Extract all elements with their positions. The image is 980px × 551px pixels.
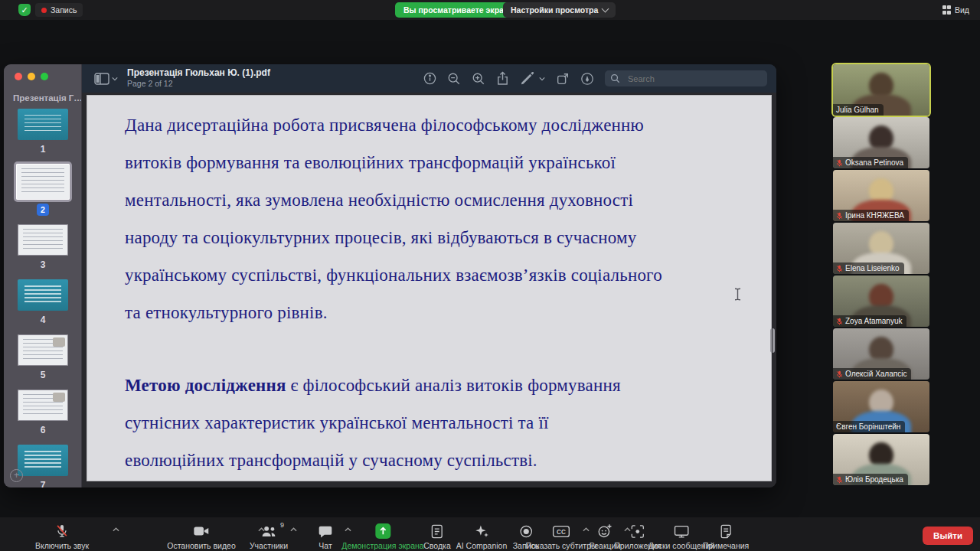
cc-icon: CC [553, 523, 570, 539]
svg-text:CC: CC [557, 528, 566, 535]
participant-name: Олексій Халапсіс [845, 370, 906, 378]
thumbnail-item-5[interactable]: 5 [18, 334, 68, 381]
participant-nametag: Ірина КНЯЖЕВА [833, 210, 909, 221]
slide-text-line: сутнісних характеристик української мент… [87, 404, 772, 442]
search-input[interactable] [605, 70, 767, 86]
participant-strip: Julia Gülhan Oksana Petinova Ірина КНЯЖЕ… [833, 64, 929, 487]
thumbnail-item-4[interactable]: 4 [18, 279, 68, 326]
participant-name: Ірина КНЯЖЕВА [845, 211, 904, 220]
pdf-scrollbar[interactable] [770, 328, 775, 353]
slide-page-2: Дана дисертаційна робота присвячена філо… [87, 95, 772, 481]
slide-text-line: еволюційних трансформацій у сучасному су… [87, 442, 772, 479]
zoom-in-icon[interactable] [472, 70, 485, 88]
share-screen-button[interactable]: Демонстрация экрана [341, 523, 423, 550]
notes-button[interactable]: Примечания [703, 523, 750, 550]
muted-mic-icon [836, 318, 843, 325]
reactions-smiley-icon [597, 523, 612, 539]
muted-mic-icon [836, 212, 843, 220]
sidebar-toggle-icon[interactable] [94, 70, 118, 88]
thumbnail-page-2[interactable] [16, 164, 70, 200]
rotate-icon[interactable] [556, 70, 570, 88]
thumbnail-page-7[interactable] [18, 445, 68, 476]
chat-button[interactable]: Чат [318, 523, 333, 550]
pdf-sidebar-title: Презентація Г… [13, 93, 82, 103]
share-icon[interactable] [496, 70, 509, 88]
search-icon [610, 70, 620, 88]
view-button[interactable]: Вид [938, 3, 975, 17]
thumbnail-item-2-selected[interactable]: 2 [16, 164, 70, 216]
participant-tile[interactable]: Ірина КНЯЖЕВА [833, 170, 929, 221]
close-window-icon[interactable] [15, 73, 22, 80]
captions-options-chevron[interactable] [583, 521, 590, 535]
minimize-window-icon[interactable] [28, 73, 35, 80]
pdf-search [605, 70, 767, 86]
participant-tile[interactable]: Олексій Халапсіс [833, 328, 929, 380]
thumbnail-list: 1 2 3 4 5 [4, 109, 82, 487]
ai-sparkle-icon [474, 523, 489, 539]
participants-options-chevron[interactable] [290, 521, 297, 535]
participant-name: Oksana Petinova [845, 158, 903, 167]
slide-text-line: та етнокультурного рівнів. [87, 294, 772, 331]
thumbnail-item-3[interactable]: 3 [18, 224, 68, 271]
markup-pen-icon[interactable] [520, 70, 545, 88]
participant-tile[interactable]: Євген Борінштейн [833, 381, 929, 432]
muted-mic-icon [54, 523, 70, 539]
share-screen-icon [375, 523, 390, 539]
stop-video-button[interactable]: Остановить видео [167, 523, 235, 550]
participant-nametag: Юлія Бродецька [833, 474, 908, 485]
view-grid-icon [942, 5, 952, 15]
leave-button[interactable]: Выйти [923, 527, 973, 545]
camera-icon [193, 523, 210, 539]
view-settings-button[interactable]: Настройки просмотра [503, 2, 616, 18]
shared-pdf-window: Презентація Г… 1 2 3 4 [4, 64, 776, 487]
apps-icon [631, 523, 645, 539]
summary-doc-icon [430, 523, 443, 539]
pdf-page-indicator: Page 2 of 12 [127, 79, 270, 89]
participant-name: Юлія Бродецька [845, 475, 903, 484]
recording-indicator[interactable]: Запись [35, 3, 83, 17]
meeting-top-bar: ✓ Запись Вы просматриваете экран PDPU На… [0, 0, 980, 20]
selected-page-badge: 2 [37, 204, 49, 216]
notes-icon [720, 523, 733, 539]
thumbnail-item-1[interactable]: 1 [18, 109, 68, 155]
slide-text-line: Метою дослідження є філософський аналіз … [87, 367, 772, 404]
thumbnail-page-5[interactable] [18, 334, 68, 366]
participant-name: Євген Борінштейн [836, 422, 900, 431]
participants-icon: 9 [260, 523, 277, 539]
thumbnail-page-1[interactable] [18, 109, 68, 140]
meeting-toolbar: Включить звук Остановить видео 9 Участни… [0, 517, 980, 551]
pdf-content-area: Дана дисертаційна робота присвячена філо… [82, 93, 776, 487]
participant-nametag: Олексій Халапсіс [833, 368, 911, 380]
zoom-out-icon[interactable] [447, 70, 461, 88]
participant-tile[interactable]: Julia Gülhan [833, 64, 929, 116]
participant-tile[interactable]: Elena Liseienko [833, 223, 929, 274]
participants-button[interactable]: 9 Участники [250, 523, 288, 550]
text-cursor [734, 288, 741, 304]
unmute-options-chevron[interactable] [113, 521, 119, 535]
participant-nametag: Zoya Atamanyuk [833, 315, 906, 327]
thumbnail-item-6[interactable]: 6 [18, 390, 68, 436]
participant-tile[interactable]: Zoya Atamanyuk [833, 276, 929, 327]
participant-name: Julia Gülhan [836, 106, 879, 114]
participant-tile[interactable]: Юлія Бродецька [833, 434, 929, 485]
sidebar-zoom-icon[interactable]: + [10, 469, 23, 482]
pdf-titlebar: Презентація Гюльхан Ю. (1).pdf Page 2 of… [82, 64, 776, 93]
recording-dot-icon [41, 8, 47, 13]
annotate-circle-icon[interactable] [580, 70, 594, 88]
zoom-meeting-screen: ✓ Запись Вы просматриваете экран PDPU На… [0, 0, 980, 551]
thumbnail-page-3[interactable] [18, 224, 68, 256]
ai-companion-button[interactable]: AI Companion [456, 523, 508, 550]
maximize-window-icon[interactable] [41, 73, 48, 80]
thumbnail-page-4[interactable] [18, 279, 68, 311]
summary-button[interactable]: Сводка [423, 523, 450, 550]
thumbnail-item-7[interactable]: 7 [18, 445, 68, 487]
info-icon[interactable] [423, 70, 436, 88]
thumbnail-page-6[interactable] [18, 390, 68, 421]
unmute-button[interactable]: Включить звук [35, 523, 89, 550]
chat-icon [318, 523, 333, 539]
participant-name: Elena Liseienko [845, 264, 900, 272]
encryption-shield-icon: ✓ [18, 4, 31, 16]
muted-mic-icon [836, 265, 843, 272]
participant-tile[interactable]: Oksana Petinova [833, 117, 929, 168]
window-controls[interactable] [15, 73, 48, 80]
